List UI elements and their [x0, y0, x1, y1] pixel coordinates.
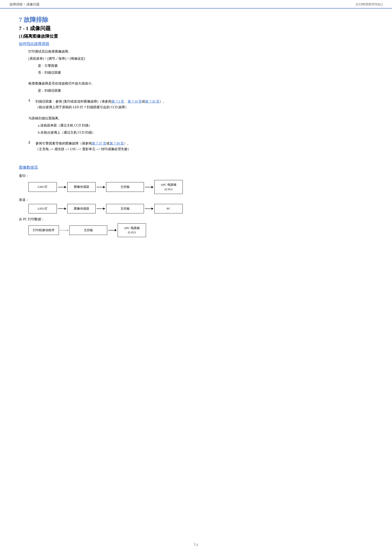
flow-diagram-pc-print: 打印机驱动程序 主控板 APC 电路板(LSU) [28, 223, 373, 237]
link-page-7-2[interactable]: 第 7-2 页 [112, 100, 124, 103]
item-sub-2: （主充电 --> 感光鼓 --> LSU --> 显影单元 --> 转印成像处理… [35, 147, 131, 151]
flow-box-apc2: APC 电路板(LSU) [118, 223, 146, 237]
link-page-7-26[interactable]: 第 7-26 页 [145, 100, 160, 103]
breadcrumb: 故障排除 > 成像问题 [9, 2, 40, 7]
flow-arrow-1c [145, 185, 153, 190]
svg-marker-15 [115, 229, 117, 231]
item-num-1: 1 [28, 99, 35, 110]
link-page-7-50[interactable]: 第 7-50 页 [110, 142, 124, 145]
check-zoom-text: 检查图像故障是否在缩放模式中放大或缩小。 [28, 81, 373, 86]
flow-box-led1: LED 灯 [28, 182, 57, 192]
top-bar: 故障排除 > 成像问题 [CONFIDENTIAL] [0, 0, 392, 8]
svg-marker-3 [103, 186, 105, 188]
item-sub-1: （稿台玻璃上用于原稿的 LED 灯？扫描因素引起的 CCD 故障） [35, 105, 128, 109]
svg-marker-1 [64, 186, 66, 188]
section-title: 7 - 1 成像问题 [19, 25, 373, 32]
step-menu-path: [系统菜单] > [调节／保养] > [维修设定] [28, 56, 373, 62]
svg-marker-5 [152, 186, 153, 188]
link-page-7-37[interactable]: 第 7-37 页 [92, 142, 106, 145]
flow-box-pc: PC [154, 204, 183, 213]
flow-label-copy: 复印： [19, 174, 373, 178]
item-num-2: 2 [28, 141, 35, 152]
chapter-title: 7 故障排除 [19, 16, 373, 24]
separation-item-b: b.在稿台玻璃上（通过主机 CCD 扫描） [38, 130, 373, 135]
flow-box-mainboard2: 主控板 [106, 204, 144, 213]
flow-arrow-1b [97, 185, 105, 190]
subsection-title: (1)隔离图像故障位置 [19, 33, 373, 39]
flow-box-driver: 打印机驱动程序 [28, 226, 59, 235]
link-page-7-16[interactable]: 第 7-16 页 [128, 100, 142, 103]
flow-arrow-3b [108, 228, 117, 233]
flow-arrow-2b [97, 206, 105, 211]
numbered-item-2: 2 参阅引擎因素导致的图像故障（请参阅第 7-37 页或第 7-50 页）。 （… [28, 141, 373, 152]
main-content: 7 故障排除 7 - 1 成像问题 (1)隔离图像故障位置 如何找出故障原因 打… [0, 8, 392, 253]
flow-diagram-send: LED 灯 图像传感器 主控板 PC [28, 204, 373, 213]
flow-box-led2: LED 灯 [28, 204, 57, 213]
flow-label-send: 发送： [19, 198, 373, 202]
page-number: 7-1 [194, 543, 198, 547]
flow-box-mainboard3: 主控板 [69, 226, 107, 235]
flow-box-apc1: APC 电路板(LSU) [154, 180, 183, 194]
check-zoom-yes: 是：扫描仪因素 [38, 88, 373, 93]
flow-arrow-2a [58, 206, 66, 211]
item-text-1: 扫描仪因素：参阅 [复印或发送时图像故障]（请参阅第 7-2 页、第 7-16 … [35, 99, 166, 110]
item-text-2: 参阅引擎因素导致的图像故障（请参阅第 7-37 页或第 7-50 页）。 （主充… [35, 141, 131, 152]
answer-yes: 是：引擎因素 [38, 63, 373, 69]
numbered-item-1: 1 扫描仪因素：参阅 [复印或发送时图像故障]（请参阅第 7-2 页、第 7-1… [28, 99, 373, 110]
step-print-test: 打印测试页以检查图像故障。 [28, 49, 373, 55]
flow-section-heading[interactable]: 图像数据流 [19, 165, 373, 170]
flow-box-sensor1: 图像传感器 [67, 182, 96, 192]
flow-box-sensor2: 图像传感器 [67, 204, 96, 213]
flow-label-pc-print: 从 PC 打印数据： [19, 217, 373, 221]
flow-arrow-2c [145, 206, 153, 211]
svg-marker-13 [67, 230, 68, 231]
separation-item-a: a.送稿器单面（通过主机 CCD 扫描） [38, 123, 373, 128]
confidential-label: [CONFIDENTIAL] [356, 3, 383, 6]
howto-heading[interactable]: 如何找出故障原因 [19, 42, 373, 46]
flow-box-mainboard1: 主控板 [106, 182, 144, 192]
svg-marker-9 [103, 207, 105, 210]
flow-diagram-copy: LED 灯 图像传感器 主控板 APC 电路板(LSU) [28, 180, 373, 194]
flow-arrow-1a [58, 185, 66, 190]
svg-marker-7 [64, 207, 66, 210]
flow-arrow-3a [60, 228, 68, 233]
separation-text: 与原稿扫描位置隔离。 [28, 116, 373, 121]
svg-marker-11 [152, 207, 153, 210]
answer-no: 否：扫描仪因素 [38, 70, 373, 76]
